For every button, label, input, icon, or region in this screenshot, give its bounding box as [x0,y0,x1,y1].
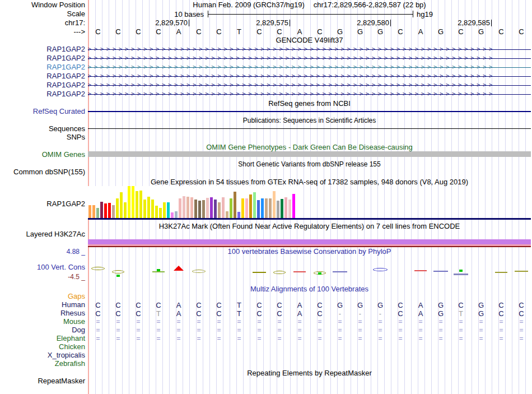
alignment-equals: = [209,326,229,334]
reference-base: G [330,28,350,36]
transcript-direction-arrows: >>>>>>>>>>>>>>>>>>>>>>>>>>>>>>>>>>>>>>>>… [88,64,531,71]
reference-base: C [269,28,290,36]
reference-base: C [108,28,128,36]
species-label-chicken[interactable]: Chicken [0,343,85,351]
repeatmasker-label[interactable]: RepeatMasker [0,377,85,385]
alignment-base: C [451,302,471,309]
alignment-base: C [108,310,128,318]
gtex-tissue-bar [96,208,99,218]
gencode-gene-label[interactable]: RAP1GAP2 [0,54,85,62]
alignment-base: T [229,310,249,318]
gtex-tissue-bar [132,186,134,218]
alignment-equals: = [491,326,511,334]
reference-base: C [511,28,531,36]
gtex-tissue-bar [226,211,228,218]
window-position-title: Human Feb. 2009 (GRCh37/hg19)chr17:2,829… [88,1,531,8]
gtex-tissue-bar [136,191,138,218]
gtex-tissue-bar [269,198,272,218]
sequences-label[interactable]: Sequences [0,125,85,133]
alignment-equals: = [249,318,269,326]
phylop-conservation-track[interactable] [88,258,531,280]
phylop-mark-dash [293,271,306,272]
gencode-gene-label[interactable]: RAP1GAP2 [0,45,85,53]
alignment-base: G [350,302,370,309]
gtex-tissue-bar [88,205,91,218]
gencode-transcript[interactable]: >>>>>>>>>>>>>>>>>>>>>>>>>>>>>>>>>>>>>>>>… [88,72,531,81]
gencode-gene-label[interactable]: RAP1GAP2 [0,90,85,98]
species-label-dog[interactable]: Dog [0,326,85,334]
gtex-tissue-bar [241,198,244,218]
refseq-curated-label[interactable]: RefSeq Curated [0,108,85,115]
gtex-tissue-bar [257,200,260,218]
alignment-base: C [249,302,269,309]
transcript-direction-arrows: >>>>>>>>>>>>>>>>>>>>>>>>>>>>>>>>>>>>>>>>… [88,82,531,89]
gtex-tissue-bar [124,202,127,218]
window-position-label: Window Position [0,1,85,9]
dbsnp-title: Short Genetic Variants from dbSNP releas… [88,161,531,168]
layered-h3k27ac-label[interactable]: Layered H3K27Ac [0,230,85,238]
alignment-equals: = [249,326,269,334]
gencode-transcript[interactable]: >>>>>>>>>>>>>>>>>>>>>>>>>>>>>>>>>>>>>>>>… [88,63,531,72]
species-label-elephant[interactable]: Elephant [0,335,85,342]
alignment-equals: = [209,318,229,326]
reference-base: C [249,28,269,36]
gencode-transcript[interactable]: >>>>>>>>>>>>>>>>>>>>>>>>>>>>>>>>>>>>>>>>… [88,81,531,90]
alignment-equals: = [350,318,370,326]
species-label-x_tropicalis[interactable]: X_tropicalis [0,351,85,359]
reference-base: G [471,28,491,36]
common-dbsnp-label[interactable]: Common dbSNP(155) [0,168,85,176]
alignment-base: G [370,302,390,309]
h3k27ac-signal-bar[interactable] [88,239,531,244]
gtex-gene-label[interactable]: RAP1GAP2 [0,200,85,208]
gtex-tissue-bar [179,198,181,218]
alignment-equals: = [431,318,451,326]
gencode-gene-label[interactable]: RAP1GAP2 [0,63,85,71]
sequences-line[interactable] [88,128,531,129]
alignment-base: C [209,302,229,309]
gtex-expression-bars[interactable] [88,186,531,218]
alignment-base: G [330,302,350,309]
alignment-equals: = [148,318,169,326]
alignment-base: C [269,310,290,318]
alignment-equals: = [310,335,330,342]
phylop-mark-dash [495,272,507,273]
species-label-zebrafish[interactable]: Zebrafish [0,360,85,368]
gtex-tissue-bar [206,198,209,218]
alignment-base: C [511,310,531,318]
species-label-rhesus[interactable]: Rhesus [0,309,85,317]
gtex-tissue-bar [249,194,252,218]
alignment-equals: = [471,326,491,334]
phylop-title: 100 vertebrates Basewise Conservation by… [88,248,531,255]
alignment-equals: = [169,335,189,342]
phylop-mark-dot [116,275,120,277]
alignment-base: A [290,302,310,309]
chrom-label: chr17: [0,19,85,27]
gencode-transcript[interactable]: >>>>>>>>>>>>>>>>>>>>>>>>>>>>>>>>>>>>>>>>… [88,90,531,99]
species-label-mouse[interactable]: Mouse [0,318,85,326]
gencode-gene-label[interactable]: RAP1GAP2 [0,81,85,89]
phylop-mark-dash [414,270,427,271]
refseq-title: RefSeq genes from NCBI [88,100,531,107]
snps-label[interactable]: SNPs [0,133,85,141]
alignment-equals: = [148,335,169,342]
refseq-gene-line[interactable] [88,111,531,112]
phylop-mark-dash [515,271,528,272]
gtex-tissue-bar [245,198,248,218]
omim-gene-bar[interactable] [88,151,531,157]
gtex-tissue-bar [284,197,287,218]
gtex-tissue-bar [147,197,150,218]
species-label-gaps[interactable]: Gaps [0,293,85,300]
gencode-transcript[interactable]: >>>>>>>>>>>>>>>>>>>>>>>>>>>>>>>>>>>>>>>>… [88,45,531,54]
alignment-equals: = [410,318,431,326]
phylop-track-label[interactable]: 100 Vert. Cons [0,263,85,271]
alignment-base: - [350,310,370,318]
omim-genes-label[interactable]: OMIM Genes [0,151,85,159]
alignment-base: C [491,302,511,309]
species-label-human[interactable]: Human [0,301,85,309]
gencode-transcript[interactable]: >>>>>>>>>>>>>>>>>>>>>>>>>>>>>>>>>>>>>>>>… [88,54,531,63]
phylop-mark-dash [454,274,468,275]
alignment-equals: = [511,318,531,326]
gencode-gene-label[interactable]: RAP1GAP2 [0,72,85,80]
alignment-equals: = [511,326,531,334]
gtex-tissue-bar [253,192,256,218]
